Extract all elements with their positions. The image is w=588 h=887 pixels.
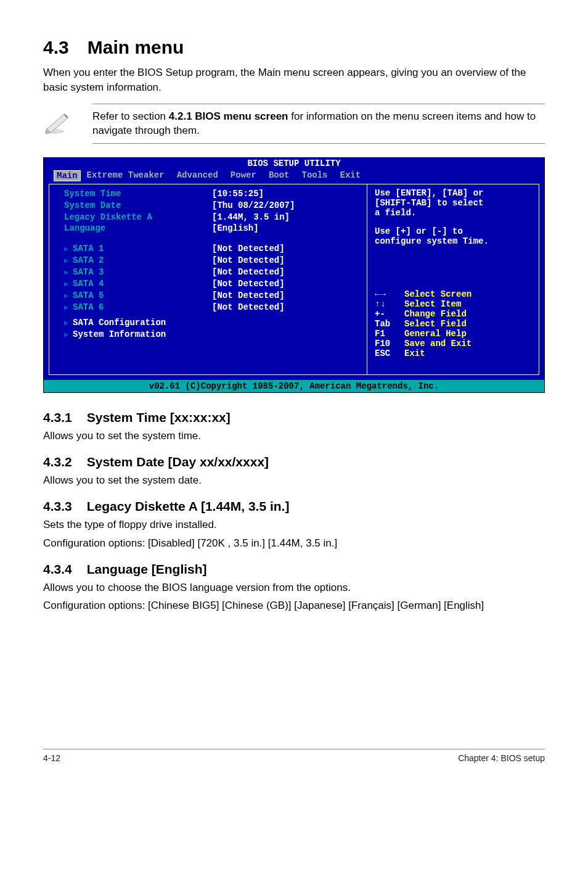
item-system-date[interactable]: System Date[Thu 08/22/2007] bbox=[64, 200, 354, 212]
value: [Not Detected] bbox=[212, 255, 285, 266]
item-sata-2[interactable]: SATA 2[Not Detected] bbox=[64, 255, 354, 266]
subsection-431: 4.3.1System Time [xx:xx:xx] bbox=[43, 410, 545, 425]
value: [10:55:25] bbox=[212, 188, 264, 200]
label: System Time bbox=[64, 188, 212, 200]
help-line: configure system Time. bbox=[375, 236, 531, 246]
chapter-label: Chapter 4: BIOS setup bbox=[458, 753, 545, 763]
value: [Not Detected] bbox=[212, 266, 285, 278]
subsection-432: 4.3.2System Date [Day xx/xx/xxxx] bbox=[43, 455, 545, 469]
label: System Information bbox=[73, 329, 166, 339]
key-desc: Change Field bbox=[404, 309, 467, 319]
intro-paragraph: When you enter the BIOS Setup program, t… bbox=[43, 65, 545, 95]
item-system-info[interactable]: System Information bbox=[64, 329, 354, 340]
subsection-434: 4.3.4Language [English] bbox=[43, 562, 545, 577]
pencil-icon bbox=[43, 109, 92, 138]
section-number: 4.3 bbox=[43, 37, 69, 58]
tab-boot[interactable]: Boot bbox=[263, 170, 296, 181]
help-line: Use [+] or [-] to bbox=[375, 226, 531, 236]
sub-num: 4.3.3 bbox=[43, 499, 72, 514]
value: [Not Detected] bbox=[212, 278, 285, 290]
chevron-right-icon bbox=[64, 329, 73, 340]
bios-tabs: Main Extreme Tweaker Advanced Power Boot… bbox=[44, 170, 544, 184]
note-pre: Refer to section bbox=[92, 110, 169, 122]
item-sata-config[interactable]: SATA Configuration bbox=[64, 317, 354, 329]
sub-num: 4.3.4 bbox=[43, 562, 72, 577]
sub-num: 4.3.1 bbox=[43, 410, 72, 425]
key-label: F10 bbox=[375, 339, 404, 349]
sub-num: 4.3.2 bbox=[43, 455, 72, 469]
key-desc: Select Item bbox=[404, 299, 461, 309]
help-keys: ←→Select Screen ↑↓Select Item +-Change F… bbox=[375, 289, 531, 358]
sub-title: System Date [Day xx/xx/xxxx] bbox=[87, 455, 269, 469]
chevron-right-icon bbox=[64, 266, 73, 278]
item-sata-4[interactable]: SATA 4[Not Detected] bbox=[64, 278, 354, 290]
label: SATA Configuration bbox=[73, 318, 166, 328]
sub-body-433-l2: Configuration options: [Disabled] [720K … bbox=[43, 536, 545, 551]
item-sata-5[interactable]: SATA 5[Not Detected] bbox=[64, 290, 354, 302]
value: [Not Detected] bbox=[212, 290, 285, 302]
key-label: ESC bbox=[375, 349, 404, 358]
value: [1.44M, 3.5 in] bbox=[212, 212, 290, 223]
sub-body-434-l1: Allows you to choose the BIOS language v… bbox=[43, 580, 545, 595]
chevron-right-icon bbox=[64, 243, 73, 255]
sub-title: Language [English] bbox=[87, 562, 207, 576]
key-label: Tab bbox=[375, 319, 404, 329]
note-text: Refer to section 4.2.1 BIOS menu screen … bbox=[92, 109, 545, 139]
item-sata-3[interactable]: SATA 3[Not Detected] bbox=[64, 266, 354, 278]
label: SATA 1 bbox=[73, 244, 104, 254]
arrows-lr-icon: ←→ bbox=[375, 289, 404, 299]
value: [Not Detected] bbox=[212, 302, 285, 313]
label: SATA 4 bbox=[73, 279, 104, 289]
key-desc: Save and Exit bbox=[404, 339, 472, 349]
item-sata-6[interactable]: SATA 6[Not Detected] bbox=[64, 302, 354, 313]
value: [Not Detected] bbox=[212, 243, 285, 255]
sub-body-434-l2: Configuration options: [Chinese BIG5] [C… bbox=[43, 598, 545, 613]
tab-power[interactable]: Power bbox=[224, 170, 263, 181]
item-sata-1[interactable]: SATA 1[Not Detected] bbox=[64, 243, 354, 255]
item-legacy-diskette[interactable]: Legacy Diskette A[1.44M, 3.5 in] bbox=[64, 212, 354, 223]
chevron-right-icon bbox=[64, 290, 73, 302]
section-title-text: Main menu bbox=[88, 37, 184, 57]
page-footer: 4-12 Chapter 4: BIOS setup bbox=[43, 749, 545, 763]
tab-exit[interactable]: Exit bbox=[334, 170, 367, 181]
key-label: F1 bbox=[375, 329, 404, 339]
label: SATA 5 bbox=[73, 291, 104, 300]
help-line: [SHIFT-TAB] to select bbox=[375, 198, 531, 208]
tab-extreme-tweaker[interactable]: Extreme Tweaker bbox=[81, 170, 171, 181]
label: SATA 2 bbox=[73, 255, 104, 265]
tab-tools[interactable]: Tools bbox=[295, 170, 333, 181]
bios-footer: v02.61 (C)Copyright 1985-2007, American … bbox=[44, 380, 544, 392]
sub-body-433-l1: Sets the type of floppy drive installed. bbox=[43, 518, 545, 532]
label: Legacy Diskette A bbox=[64, 212, 212, 223]
label: System Date bbox=[64, 200, 212, 212]
subsection-433: 4.3.3Legacy Diskette A [1.44M, 3.5 in.] bbox=[43, 499, 545, 514]
chevron-right-icon bbox=[64, 317, 73, 329]
bios-title: BIOS SETUP UTILITY bbox=[44, 158, 544, 170]
sub-title: System Time [xx:xx:xx] bbox=[87, 410, 231, 424]
sub-title: Legacy Diskette A [1.44M, 3.5 in.] bbox=[87, 499, 290, 513]
help-line: a field. bbox=[375, 208, 531, 218]
bios-help-panel: Use [ENTER], [TAB] or [SHIFT-TAB] to sel… bbox=[367, 184, 539, 376]
key-desc: General Help bbox=[404, 329, 467, 339]
page-number: 4-12 bbox=[43, 753, 60, 763]
key-desc: Exit bbox=[404, 349, 425, 358]
item-language[interactable]: Language[English] bbox=[64, 223, 354, 234]
value: [English] bbox=[212, 223, 259, 234]
tab-advanced[interactable]: Advanced bbox=[171, 170, 224, 181]
bios-screen: BIOS SETUP UTILITY Main Extreme Tweaker … bbox=[43, 157, 545, 393]
label: SATA 6 bbox=[73, 302, 104, 312]
section-heading: 4.3Main menu bbox=[43, 37, 545, 58]
item-system-time[interactable]: System Time[10:55:25] bbox=[64, 188, 354, 200]
bios-left-panel: System Time[10:55:25] System Date[Thu 08… bbox=[49, 184, 367, 376]
chevron-right-icon bbox=[64, 255, 73, 266]
note-block: Refer to section 4.2.1 BIOS menu screen … bbox=[43, 104, 545, 144]
chevron-right-icon bbox=[64, 278, 73, 290]
arrows-ud-icon: ↑↓ bbox=[375, 299, 404, 309]
tab-main[interactable]: Main bbox=[54, 170, 81, 181]
sub-body-431: Allows you to set the system time. bbox=[43, 429, 545, 444]
value: [Thu 08/22/2007] bbox=[212, 200, 295, 212]
label: Language bbox=[64, 223, 212, 234]
sub-body-432: Allows you to set the system date. bbox=[43, 473, 545, 488]
help-line: Use [ENTER], [TAB] or bbox=[375, 188, 531, 198]
label: SATA 3 bbox=[73, 267, 104, 277]
